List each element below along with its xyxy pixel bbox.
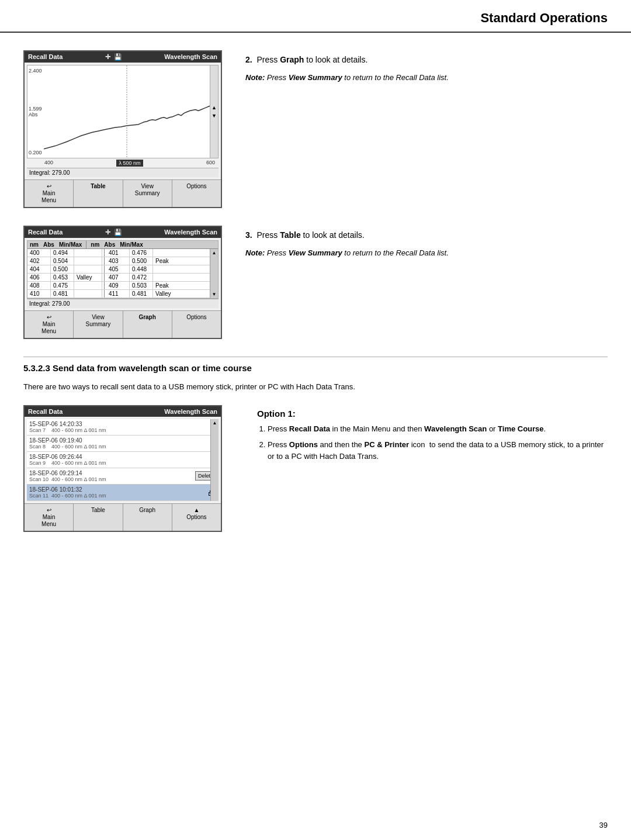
option-label: Option 1: — [257, 409, 608, 419]
header-icons-1: ✛ 💾 — [105, 53, 122, 61]
scroll-up-3[interactable]: ▲ — [213, 420, 217, 426]
y-labels: 2.400 1.599Abs 0.200 — [29, 65, 42, 158]
table-row: 410 0.481 411 0.481 Valley — [27, 290, 218, 298]
graph-btn-3[interactable]: Graph — [123, 504, 172, 531]
cell: 410 — [27, 290, 51, 298]
y-min: 0.200 — [29, 150, 42, 155]
recall-list: 15-SEP-06 14:20:33 Scan 7 400 - 600 nm Δ… — [27, 419, 219, 501]
cell — [74, 290, 102, 298]
main-menu-btn-3[interactable]: ↩MainMenu — [25, 504, 74, 531]
col-nm2: nm — [88, 241, 102, 248]
cell — [74, 265, 102, 273]
cell — [153, 274, 176, 281]
list-item-selected[interactable]: 18-SEP-06 10:01:32 Scan 11 400 - 600 nm … — [27, 485, 219, 501]
table-btn-1[interactable]: Table — [74, 180, 123, 207]
page-header: Standard Operations — [0, 0, 631, 33]
scroll-down-2[interactable]: ▼ — [212, 292, 217, 297]
cell: Valley — [153, 290, 176, 298]
note-1: Note: Press View Summary to return to th… — [245, 72, 608, 84]
x-min: 400 — [44, 160, 53, 167]
right-controls-1[interactable]: ▲ ▼ — [210, 65, 218, 158]
option-step-1: Press Recall Data in the Main Menu and t… — [268, 423, 608, 435]
cell: 407 — [106, 274, 130, 281]
scroll-down-btn-1[interactable]: ▼ — [211, 113, 218, 119]
device-screen-1: Recall Data ✛ 💾 Wavelength Scan 2.400 1.… — [23, 50, 222, 208]
col-abs1: Abs — [41, 241, 57, 248]
cell: Valley — [74, 274, 102, 281]
list-sub: Scan 9 400 - 600 nm Δ 001 nm — [29, 460, 208, 466]
graph-svg — [44, 65, 210, 158]
cell: 0.494 — [51, 249, 74, 257]
cell: 405 — [106, 265, 130, 273]
page-title: Standard Operations — [480, 11, 608, 26]
cell: Peak — [153, 257, 176, 265]
col-minmax1: Min/Max — [57, 241, 84, 248]
list-date: 18-SEP-06 09:26:44 — [29, 454, 208, 460]
col-minmax2: Min/Max — [117, 241, 145, 248]
list-item[interactable]: 18-SEP-06 09:19:40 Scan 8 400 - 600 nm Δ… — [27, 435, 219, 452]
y-max: 2.400 — [29, 68, 42, 74]
options-btn-1[interactable]: Options — [172, 180, 221, 207]
device-screen-3: Recall Data Wavelength Scan 15-SEP-06 14… — [23, 405, 222, 532]
options-btn-2[interactable]: Options — [172, 311, 221, 338]
cell: 403 — [106, 257, 130, 265]
table-body: nm Abs Min/Max nm Abs Min/Max 400 0.494 — [25, 238, 221, 310]
y-mid: 1.599Abs — [29, 106, 42, 117]
instructions-1: 2. Press Graph to look at details. Note:… — [245, 50, 608, 84]
cell: 406 — [27, 274, 51, 281]
view-summary-btn-1[interactable]: ViewSummary — [123, 180, 172, 207]
graph-btn-2[interactable]: Graph — [123, 311, 172, 338]
section-3: 5.3.2.3 Send data from wavelength scan o… — [23, 357, 608, 532]
col-abs2: Abs — [102, 241, 117, 248]
cell — [153, 249, 176, 257]
screen-title-2: Recall Data — [28, 229, 63, 236]
section-intro: There are two ways to recall sent data t… — [23, 381, 608, 393]
cell: 0.472 — [130, 274, 153, 281]
main-menu-btn-1[interactable]: ↩MainMenu — [25, 180, 74, 207]
options-btn-3[interactable]: ▲Options — [172, 504, 221, 531]
x-labels: 400 λ 500 nm 600 — [27, 158, 219, 168]
list-item[interactable]: 15-SEP-06 14:20:33 Scan 7 400 - 600 nm Δ… — [27, 419, 219, 435]
list-date: 18-SEP-06 09:29:14 — [29, 470, 195, 476]
cell — [153, 265, 176, 273]
cell: 0.475 — [51, 282, 74, 289]
scrollbar-2[interactable]: ▲ ▼ — [210, 249, 218, 298]
cell: 401 — [106, 249, 130, 257]
scrollbar-3[interactable]: ▲ — [210, 419, 219, 501]
option-steps: Press Recall Data in the Main Menu and t… — [257, 423, 608, 463]
scroll-up-2[interactable]: ▲ — [212, 250, 217, 255]
list-item[interactable]: 18-SEP-06 09:29:14 Scan 10 400 - 600 nm … — [27, 468, 219, 485]
step-2-text: 2. Press Graph to look at details. — [245, 54, 608, 66]
list-item-text: 18-SEP-06 09:26:44 Scan 9 400 - 600 nm Δ… — [29, 454, 208, 466]
note-2: Note: Press View Summary to return to th… — [245, 247, 608, 259]
scroll-up-btn-1[interactable]: ▲ — [211, 105, 218, 110]
screen-footer-1: ↩MainMenu Table ViewSummary Options — [25, 179, 221, 207]
list-date: 15-SEP-06 14:20:33 — [29, 421, 208, 427]
table-row: 404 0.500 405 0.448 — [27, 265, 218, 274]
step-3-text: 3. Press Table to look at details. — [245, 229, 608, 241]
main-menu-btn-2[interactable]: ↩MainMenu — [25, 311, 74, 338]
option-instructions: Option 1: Press Recall Data in the Main … — [245, 405, 608, 466]
table-btn-3[interactable]: Table — [74, 504, 123, 531]
cell: Peak — [153, 282, 176, 289]
graph-area: 2.400 1.599Abs 0.200 ▲ ▼ — [27, 65, 219, 158]
list-date: 18-SEP-06 10:01:32 — [29, 486, 207, 493]
cell: 0.500 — [130, 257, 153, 265]
cell: 0.481 — [51, 290, 74, 298]
main-content: Recall Data ✛ 💾 Wavelength Scan 2.400 1.… — [0, 33, 631, 567]
table-area: nm Abs Min/Max nm Abs Min/Max 400 0.494 — [27, 240, 219, 299]
cell: 408 — [27, 282, 51, 289]
list-item[interactable]: 18-SEP-06 09:26:44 Scan 9 400 - 600 nm Δ… — [27, 452, 219, 468]
step-2-bold: Graph — [280, 55, 304, 64]
screen-title-3: Recall Data — [28, 408, 63, 415]
cell: 0.481 — [130, 290, 153, 298]
section-3-content: Recall Data Wavelength Scan 15-SEP-06 14… — [23, 405, 608, 532]
graph-body: 2.400 1.599Abs 0.200 ▲ ▼ — [25, 63, 221, 179]
cell: 0.476 — [130, 249, 153, 257]
view-summary-btn-2[interactable]: ViewSummary — [74, 311, 123, 338]
x-max: 600 — [206, 160, 215, 167]
header-icons-2: ✛ 💾 — [105, 229, 122, 236]
memory-icon: 💾 — [114, 53, 122, 61]
list-sub: Scan 8 400 - 600 nm Δ 001 nm — [29, 444, 208, 450]
screen-footer-3: ↩MainMenu Table Graph ▲Options — [25, 503, 221, 531]
